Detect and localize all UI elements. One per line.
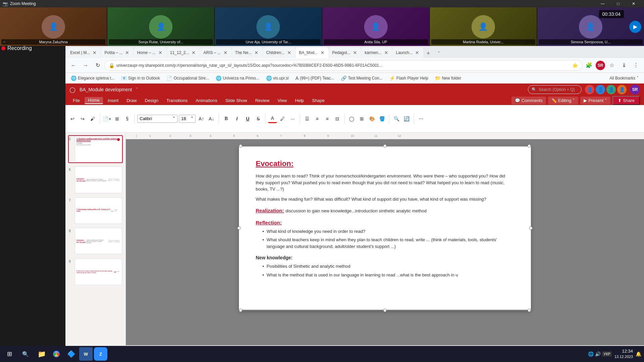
slide-thumb-6[interactable]: 6 Literature for 1th part: please, add l… [68, 166, 123, 194]
layout-button[interactable]: ⊞ [113, 114, 121, 123]
numbered-list-button[interactable]: ≡ [313, 114, 321, 123]
bullet-list-button[interactable]: ☰ [303, 114, 311, 123]
tab-karmen-close[interactable]: ✕ [384, 50, 389, 55]
new-tab-button[interactable]: + [424, 49, 433, 58]
tab-posta-close[interactable]: ✕ [125, 50, 130, 55]
increase-font-button[interactable]: A↑ [197, 114, 206, 123]
more-text-options[interactable]: ··· [288, 114, 297, 123]
tab-11-12-close[interactable]: ✕ [191, 50, 196, 55]
menu-home[interactable]: Home [85, 97, 103, 104]
taskbar-search-button[interactable]: 🔍 [19, 347, 32, 361]
participant-6[interactable]: 👤 Simona Semjonova, U... [537, 7, 644, 46]
minimize-button[interactable]: — [595, 0, 610, 7]
menu-file[interactable]: File [69, 97, 83, 104]
highlight-button[interactable]: 🖊 [278, 114, 287, 123]
slide-thumb-7[interactable]: 7 7. Developing reading skills in 21. Ce… [68, 197, 123, 224]
tab-aris[interactable]: ARIS – ... ✕ [200, 47, 231, 58]
bookmark-elegance[interactable]: 🌐 Elegance spletna t... [68, 74, 117, 82]
volume-icon[interactable]: 🔊 [595, 351, 601, 357]
more-ribbon-options[interactable]: ⋯ [416, 114, 425, 123]
participant-5[interactable]: 👤 Martina Rodela, Univer... [430, 7, 537, 46]
underline-button[interactable]: U [243, 114, 252, 123]
column-button[interactable]: ⊟ [333, 114, 342, 123]
refresh-button[interactable]: ↻ [92, 60, 103, 71]
tab-nee[interactable]: The Ne... ✕ [232, 47, 262, 58]
tab-children-close[interactable]: ✕ [287, 50, 292, 55]
bold-button[interactable]: B [221, 114, 231, 123]
close-button[interactable]: ✕ [626, 0, 641, 7]
decrease-font-button[interactable]: A↓ [207, 114, 216, 123]
tab-posta[interactable]: Pošta – ... ✕ [101, 47, 133, 58]
download-button[interactable]: ⇓ [618, 60, 629, 71]
taskbar-zoom[interactable]: Z [94, 347, 107, 361]
browser-menu-button[interactable]: ⋮ [631, 60, 641, 71]
tab-overflow-button[interactable]: ˅ [434, 49, 443, 58]
redo-button[interactable]: ↪ [78, 114, 87, 123]
bookmark-vis[interactable]: 🌐 vis.upr.si [263, 74, 292, 82]
ppt-search-input[interactable]: 🔍 Search (Option + Q) [528, 85, 582, 94]
participant-2[interactable]: 👤 Sonja Rutar, University of... [107, 7, 214, 46]
text-align-button[interactable]: ≡ [323, 114, 332, 123]
taskbar-chrome[interactable] [50, 347, 63, 361]
slide-canvas[interactable]: Evocation: How did you learn to read? Th… [239, 146, 531, 310]
bookmark-occupational[interactable]: 📄 Occupational Stre... [164, 74, 211, 82]
replace-button[interactable]: 🔄 [402, 114, 411, 123]
comments-button[interactable]: 💬 Comments [511, 97, 546, 104]
tab-home-close[interactable]: ✕ [158, 50, 163, 55]
taskbar-word[interactable]: W [79, 347, 93, 361]
menu-slideshow[interactable]: Slide Show [222, 97, 250, 104]
favorites-button[interactable]: ☆ [606, 60, 617, 71]
menu-insert[interactable]: Insert [104, 97, 122, 104]
bookmark-univerza[interactable]: 🌐 Univerza na Primo... [213, 74, 262, 82]
profile-button[interactable]: SR [596, 61, 605, 70]
strikethrough-button[interactable]: S̶ [254, 114, 262, 123]
tab-pedagol-close[interactable]: ✕ [352, 50, 358, 55]
participant-4[interactable]: 👤 Anita Sila, UP [323, 7, 429, 46]
bookmark-test-meeting[interactable]: 🔗 Test Meeting Con... [338, 74, 385, 82]
italic-button[interactable]: I [232, 114, 242, 123]
tab-nee-close[interactable]: ✕ [254, 50, 259, 55]
forward-button[interactable]: → [80, 60, 91, 71]
start-button[interactable]: ⊞ [3, 347, 16, 361]
participant-1[interactable]: 👤 🎤 Maryna Zaluzhna [0, 7, 107, 46]
taskbar-clock[interactable]: 12:34 13.12.2023 [614, 348, 633, 360]
section-button[interactable]: § [123, 114, 132, 123]
tab-karmen[interactable]: karmen... ✕ [361, 47, 392, 58]
menu-draw[interactable]: Draw [123, 97, 140, 104]
menu-transitions[interactable]: Transitions [163, 97, 191, 104]
extensions-button[interactable]: 🧩 [584, 60, 594, 71]
arrange-button[interactable]: ⊞ [357, 114, 366, 123]
shapes-button[interactable]: ◯ [347, 114, 356, 123]
network-icon[interactable]: 🌐 [588, 351, 594, 357]
editing-button[interactable]: ✏️ Editing ˅ [548, 97, 579, 104]
shape-fill-button[interactable]: 🪣 [378, 114, 386, 123]
ppt-dropdown-icon[interactable]: ˅ [136, 87, 138, 92]
slide-canvas-area[interactable]: Evocation: How did you learn to read? Th… [126, 139, 644, 345]
tab-ba-mod-close[interactable]: ✕ [320, 50, 325, 55]
menu-animations[interactable]: Animations [192, 97, 220, 104]
present-button[interactable]: ▶ Present ˅ [580, 97, 610, 104]
bookmark-pdf[interactable]: A (99+) (PDF) Teac... [293, 74, 337, 82]
font-selector[interactable]: Calibri ˅ [137, 115, 178, 123]
tab-launch-close[interactable]: ✕ [414, 50, 420, 55]
slide-thumb-8[interactable]: 8 Literature for 7th part: • please, add… [68, 227, 123, 255]
tab-pedagol[interactable]: Pedagol... ✕ [329, 47, 361, 58]
font-color-button[interactable]: A [268, 114, 277, 123]
participant-3[interactable]: 👤 Urve Aja, University of Tar... [215, 7, 321, 46]
bookmark-new-folder[interactable]: 📁 New folder [432, 74, 464, 82]
tab-ba-mod[interactable]: BA_Mod... ✕ [296, 47, 329, 58]
new-slide-button[interactable]: 📄+ [103, 114, 111, 123]
tab-aris-close[interactable]: ✕ [223, 50, 228, 55]
slide-thumb-5[interactable]: 5 1. Student's reading experience, synth… [68, 135, 123, 163]
language-badge[interactable]: УКР [602, 351, 612, 357]
slide-panel[interactable]: 5 1. Student's reading experience, synth… [65, 133, 126, 355]
tab-home[interactable]: Home – ... ✕ [134, 47, 166, 58]
bookmarks-overflow-button[interactable]: All Bookmarks ˅ [607, 76, 641, 81]
share-button[interactable]: ⬆ Share [612, 96, 640, 105]
format-painter-button[interactable]: 🖌 [88, 114, 97, 123]
tab-11-12[interactable]: 11_12_2... ✕ [167, 47, 200, 58]
tab-excel-close[interactable]: ✕ [92, 50, 97, 55]
ppt-profile-avatar[interactable]: SR [630, 85, 640, 95]
find-button[interactable]: 🔍 [392, 114, 401, 123]
notification-icon[interactable]: 🔔 [636, 351, 641, 357]
